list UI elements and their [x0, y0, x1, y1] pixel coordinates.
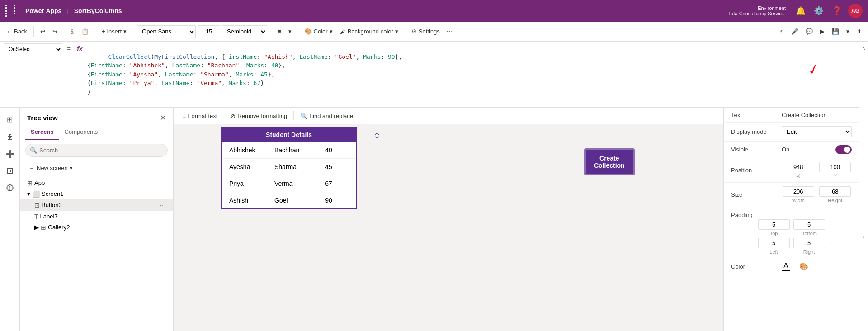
format-text-button[interactable]: ≡ Format text — [179, 111, 221, 121]
toolbar-more-button[interactable]: ··· — [444, 26, 455, 37]
student-firstname-1: Abhishek — [229, 147, 265, 154]
save-button[interactable]: 💾 — [829, 26, 842, 37]
canvas-area: Student Details Abhishek Bachhan 40 Ayes… — [174, 124, 723, 331]
data-icon-btn[interactable]: 🗄 — [2, 129, 18, 145]
tree-item-label7[interactable]: T Label7 — [20, 211, 173, 222]
padding-top-input[interactable] — [758, 219, 790, 230]
bg-color-button[interactable]: 🖌 Background color ▾ — [337, 26, 401, 37]
publish-button[interactable]: ⬆ — [854, 26, 864, 37]
position-y-input[interactable] — [819, 162, 851, 172]
paste-button[interactable]: 📋 — [79, 26, 91, 37]
tree-item-screen1[interactable]: ▾ ⬜ Screen1 — [20, 189, 173, 199]
help-icon[interactable]: ❓ — [832, 6, 842, 16]
notification-icon[interactable]: 🔔 — [796, 6, 806, 16]
app-grid-icon[interactable] — [5, 5, 21, 17]
app-icon: ⊞ — [27, 180, 33, 187]
home-icon-btn[interactable]: ⊞ — [2, 112, 18, 128]
copy-button[interactable]: ⎘ — [68, 26, 77, 37]
color-fill-button[interactable]: 🎨 — [799, 262, 808, 271]
pad-bottom-label: Bottom — [801, 231, 817, 236]
format-toolbar: ≡ Format text ⊘ Remove formatting 🔍 Find… — [174, 108, 723, 124]
student-lastname-3: Verma — [274, 180, 311, 187]
plus-icon: + — [102, 28, 105, 35]
play-button[interactable]: ▶ — [817, 26, 827, 37]
property-select[interactable]: OnSelect — [4, 43, 62, 55]
find-replace-label: Find and replace — [309, 113, 353, 119]
pad-top-label: Top — [770, 231, 778, 236]
font-family-select[interactable]: Open Sans — [137, 25, 196, 38]
font-size-input[interactable] — [198, 25, 220, 38]
table-row: Priya Verma 67 — [222, 175, 356, 192]
formula-content[interactable]: ClearCollect(MyFirstCollection, {FirstNa… — [87, 43, 855, 105]
button3-icon: ⊡ — [34, 202, 40, 209]
padding-label-row: Padding — [731, 209, 852, 219]
new-screen-button[interactable]: ＋ New screen ▾ — [25, 162, 76, 174]
display-mode-label: Display mode — [731, 128, 776, 135]
color-a-button[interactable]: A — [782, 262, 790, 271]
padding-label: Padding — [731, 212, 776, 218]
tree-item-app[interactable]: ⊞ App — [20, 178, 173, 189]
padding-section: Padding Top Bottom Left — [724, 207, 859, 255]
variables-icon-btn[interactable]: ⓵ — [2, 180, 18, 197]
back-arrow-icon: ← — [6, 28, 12, 35]
tree-item-gallery2[interactable]: ▶ ⊞ Gallery2 — [20, 222, 173, 233]
label7-icon: T — [34, 213, 38, 220]
expand-chevron-icon: › — [863, 233, 865, 240]
sidebar-close-button[interactable]: ✕ — [160, 113, 166, 122]
insert-icon-btn[interactable]: ➕ — [2, 146, 18, 162]
table-row: Ayesha Sharma 45 — [222, 159, 356, 175]
tab-components[interactable]: Components — [59, 125, 104, 140]
settings-button[interactable]: ⚙ Settings — [409, 26, 443, 37]
insert-button[interactable]: + Insert ▾ — [99, 26, 129, 37]
font-weight-select[interactable]: Semibold — [222, 25, 267, 38]
color-chevron-icon: ▾ — [330, 28, 333, 35]
mic-button[interactable]: 🎤 — [788, 26, 801, 37]
padding-bottom-input[interactable] — [793, 219, 825, 230]
publish-chevron[interactable]: ▾ — [844, 26, 852, 37]
settings-icon[interactable]: ⚙️ — [814, 6, 824, 16]
back-button[interactable]: ← Back — [4, 26, 30, 37]
visible-row: Visible On — [724, 142, 859, 158]
student-marks-1: 40 — [320, 147, 338, 154]
left-icon-bar: ⊞ 🗄 ➕ 🖼 ⓵ 🔍 — [0, 108, 20, 331]
align-chevron[interactable]: ▾ — [286, 26, 294, 37]
visible-toggle[interactable] — [835, 145, 852, 154]
redo-button[interactable]: ↪ — [50, 26, 60, 37]
position-inputs: X Y — [782, 162, 852, 179]
remove-formatting-button[interactable]: ⊘ Remove formatting — [227, 111, 291, 121]
toolbar-sep-5 — [271, 26, 271, 37]
tab-screens[interactable]: Screens — [25, 125, 59, 140]
screen1-label: Screen1 — [42, 190, 168, 197]
padding-top-row: Top Bottom — [731, 219, 852, 236]
button3-more-icon[interactable]: ··· — [158, 201, 168, 209]
position-label: Position — [731, 167, 776, 174]
display-mode-select[interactable]: Edit — [782, 126, 852, 137]
format-text-icon: ≡ — [183, 113, 186, 119]
right-expand-panel[interactable]: › — [859, 108, 868, 331]
position-x-input[interactable] — [783, 162, 814, 172]
display-mode-row: Display mode Edit — [724, 123, 859, 142]
formula-expand-button[interactable]: ∧ — [859, 42, 868, 108]
undo-button[interactable]: ↩ — [38, 26, 48, 37]
media-icon-btn[interactable]: 🖼 — [2, 163, 18, 180]
avatar[interactable]: AG — [848, 4, 863, 18]
create-collection-button[interactable]: Create Collection — [585, 149, 634, 175]
width-input[interactable] — [783, 186, 814, 197]
padding-right-input[interactable] — [793, 238, 825, 248]
logo-separator: | — [67, 8, 68, 14]
color-button[interactable]: 🎨 Color ▾ — [302, 26, 335, 37]
height-input[interactable] — [819, 186, 851, 197]
undo2-button[interactable]: ⎌ — [778, 26, 787, 37]
toggle-knob — [844, 147, 850, 153]
sidebar: Tree view ✕ Screens Components 🔍 ＋ New s… — [20, 108, 174, 331]
find-icon: 🔍 — [300, 113, 307, 119]
table-body: Abhishek Bachhan 40 Ayesha Sharma 45 Pri… — [222, 142, 356, 208]
align-button[interactable]: ≡ — [275, 26, 284, 37]
tree-item-button3[interactable]: ⊡ Button3 ··· — [20, 199, 173, 211]
search-input[interactable] — [25, 144, 168, 157]
student-lastname-2: Sharma — [274, 163, 311, 170]
find-replace-button[interactable]: 🔍 Find and replace — [297, 111, 357, 121]
comment-button[interactable]: 💬 — [803, 26, 816, 37]
settings-gear-icon: ⚙ — [411, 28, 417, 35]
padding-left-input[interactable] — [758, 238, 790, 248]
